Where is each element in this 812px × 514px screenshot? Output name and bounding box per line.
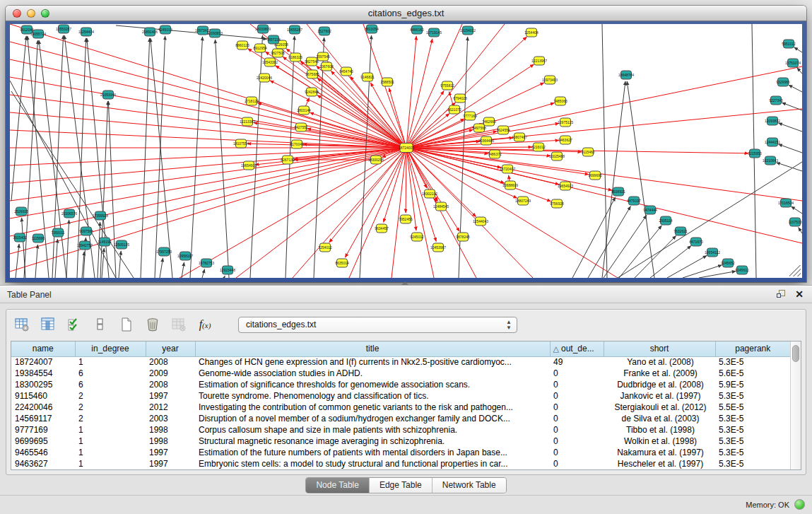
network-node[interactable]: 16154012 [460, 26, 476, 35]
table-cell[interactable]: Hescheler et al. (1997) [604, 458, 715, 469]
network-node[interactable]: 10453987 [430, 243, 446, 252]
table-scrollbar-thumb[interactable] [792, 345, 799, 362]
table-cell[interactable]: 0 [550, 368, 604, 379]
network-node[interactable]: 9146821 [360, 73, 375, 81]
network-node[interactable]: 9097588 [79, 227, 93, 235]
table-cell[interactable]: 0 [550, 458, 604, 469]
table-cell[interactable]: 49 [550, 356, 604, 368]
tab-network-table[interactable]: Network Table [432, 478, 506, 493]
table-cell[interactable]: Dudbridge et al. (2008) [604, 379, 715, 390]
delete-icon[interactable] [144, 316, 161, 333]
table-cell[interactable]: Wolkin et al. (1998) [604, 436, 715, 447]
network-node[interactable]: 1527602 [317, 27, 331, 35]
table-cell[interactable]: 1997 [146, 390, 195, 402]
column-header-pagerank[interactable]: pagerank [715, 341, 790, 356]
network-node[interactable]: 1115686 [32, 234, 45, 243]
table-cell[interactable]: 1997 [146, 458, 195, 469]
network-canvas[interactable]: 1872400788601238912954822605898275088186… [10, 24, 802, 278]
network-node[interactable]: 9634457 [375, 224, 389, 233]
column-header-title[interactable]: title [195, 341, 550, 356]
network-node[interactable]: 16782753 [199, 259, 214, 267]
network-node[interactable]: 16210643 [763, 156, 778, 165]
network-node[interactable]: 3624554 [496, 126, 510, 134]
network-node[interactable]: 8466160 [410, 25, 424, 34]
delete-table-disabled-icon[interactable] [170, 316, 187, 333]
network-node[interactable]: 9755812 [440, 81, 454, 90]
network-node[interactable]: 1588501 [380, 78, 394, 86]
table-cell[interactable]: 1998 [146, 424, 195, 436]
table-cell[interactable]: Estimation of the future numbers of pati… [195, 447, 550, 458]
table-cell[interactable]: 2008 [146, 356, 195, 368]
table-cell[interactable]: 6 [75, 368, 146, 379]
network-node[interactable]: 9474444 [643, 206, 657, 214]
network-node[interactable]: 8471670 [689, 238, 703, 246]
network-node[interactable]: 16033809 [255, 25, 271, 33]
network-node[interactable]: 9699695 [588, 171, 602, 180]
table-row[interactable]: 946362711997Embryonic stem cells: a mode… [11, 458, 790, 469]
table-cell[interactable]: 2012 [146, 402, 195, 413]
table-cell[interactable]: 2 [75, 390, 146, 402]
network-node[interactable]: 15720407 [500, 165, 515, 173]
table-cell[interactable]: 5.3E-5 [715, 356, 790, 368]
table-cell[interactable]: 1998 [146, 436, 195, 447]
network-node[interactable]: 5951012 [782, 40, 796, 48]
network-node[interactable]: 16543382 [262, 58, 278, 66]
table-cell[interactable]: 6 [75, 379, 146, 390]
table-cell[interactable]: 22420046 [11, 402, 75, 413]
table-cell[interactable]: 18724007 [11, 356, 75, 368]
network-node[interactable]: 10553287 [56, 25, 71, 33]
table-cell[interactable]: 0 [550, 413, 604, 424]
network-node[interactable]: 8267130 [281, 156, 295, 164]
table-cell[interactable]: Investigating the contribution of common… [195, 402, 550, 413]
table-cell[interactable]: 1 [75, 436, 146, 447]
table-cell[interactable]: 5.3E-5 [715, 390, 790, 402]
close-panel-icon[interactable]: ✕ [795, 289, 804, 300]
network-node[interactable]: 21053346 [100, 90, 116, 99]
network-node[interactable]: 9245012 [410, 233, 424, 241]
table-cell[interactable]: 9465546 [11, 447, 75, 458]
network-node[interactable]: 8454743 [339, 67, 353, 76]
network-node[interactable]: 8860123 [235, 41, 249, 49]
column-header-name[interactable]: name [11, 341, 75, 356]
network-node[interactable]: 10025488 [549, 152, 565, 160]
network-node[interactable]: 17359928 [93, 211, 108, 220]
table-cell[interactable]: Nakamura et al. (1997) [604, 447, 715, 458]
network-node[interactable]: 8912954 [253, 44, 267, 52]
tab-edge-table[interactable]: Edge Table [369, 478, 432, 493]
network-node[interactable]: 10654112 [705, 248, 720, 257]
network-node[interactable]: 12923448 [220, 266, 235, 274]
table-cell[interactable]: 1 [75, 356, 146, 368]
table-cell[interactable]: 0 [550, 390, 604, 402]
network-node[interactable]: 18724007 [399, 144, 414, 153]
table-cell[interactable]: 2008 [146, 379, 195, 390]
network-node[interactable]: 9756928 [550, 199, 564, 208]
table-cell[interactable]: 2009 [146, 368, 195, 379]
network-node[interactable]: 16648784 [618, 71, 634, 79]
network-node[interactable]: 18300295 [368, 156, 384, 164]
memory-status-indicator[interactable] [794, 499, 805, 510]
network-node[interactable]: 10719145 [426, 28, 442, 37]
table-cell[interactable]: 5.3E-5 [715, 413, 790, 424]
table-cell[interactable]: Franke et al. (2009) [604, 368, 715, 379]
network-node[interactable]: 9463627 [558, 136, 572, 144]
network-node[interactable]: 19055724 [30, 30, 46, 38]
table-row[interactable]: 1872400712008Changes of HCN gene express… [11, 356, 790, 368]
table-cell[interactable]: 9463627 [11, 458, 75, 469]
table-cell[interactable]: 9699695 [11, 436, 75, 447]
citation-network-graph[interactable]: 1872400788601238912954822605898275088186… [10, 24, 802, 278]
network-node[interactable]: 15751074 [785, 59, 801, 67]
table-cell[interactable]: 2003 [146, 413, 195, 424]
table-cell[interactable]: 2 [75, 413, 146, 424]
network-node[interactable]: 8813054 [365, 25, 379, 33]
table-cell[interactable]: Yano et al. (2008) [604, 356, 715, 368]
select-rows-icon[interactable] [66, 316, 83, 333]
table-cell[interactable]: 1 [75, 447, 146, 458]
network-node[interactable]: 12544043 [473, 217, 488, 226]
table-cell[interactable]: 0 [550, 402, 604, 413]
network-node[interactable]: 2367608 [319, 62, 334, 71]
window-titlebar[interactable]: citations_edges.txt [6, 6, 806, 21]
network-node[interactable]: 6479197 [627, 197, 641, 205]
network-node[interactable]: 7486372 [488, 150, 502, 158]
network-node[interactable]: 17016504 [778, 199, 794, 207]
column-header-year[interactable]: year [146, 341, 195, 356]
